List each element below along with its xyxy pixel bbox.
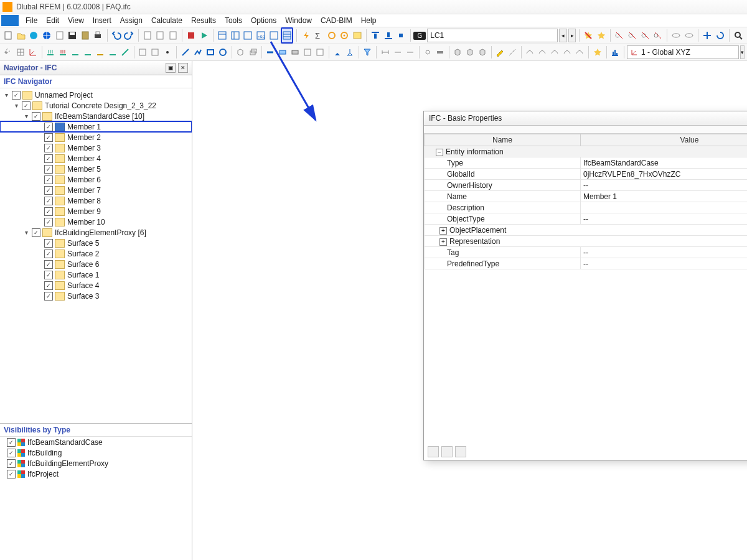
- dim-off-2-icon[interactable]: [627, 28, 639, 43]
- extrude-icon[interactable]: [247, 45, 258, 60]
- menu-cad-bim[interactable]: CAD-BIM: [316, 15, 357, 26]
- tree-surface[interactable]: ✓Surface 2: [0, 248, 192, 259]
- tree-tutorial[interactable]: ▾✓Tutorial Concrete Design_2_3_22: [0, 100, 192, 111]
- move-icon[interactable]: [702, 28, 713, 43]
- tree-member[interactable]: ✓Member 9: [0, 206, 192, 217]
- globe-icon[interactable]: [41, 28, 53, 43]
- tree-member[interactable]: ✓Member 3: [0, 142, 192, 153]
- align-bottom-icon[interactable]: [383, 28, 395, 43]
- refresh-icon[interactable]: [326, 28, 337, 43]
- search-icon[interactable]: [733, 28, 745, 43]
- eye-2-icon[interactable]: [684, 28, 695, 43]
- footer-icon[interactable]: [428, 446, 439, 457]
- wrench-icon[interactable]: [2, 45, 14, 60]
- menu-results[interactable]: Results: [187, 15, 220, 26]
- solid-icon[interactable]: [289, 45, 301, 60]
- circle-icon[interactable]: [217, 45, 228, 60]
- dim-off-4-icon[interactable]: [652, 28, 664, 43]
- release-4-icon[interactable]: [561, 45, 573, 60]
- tree-surface[interactable]: ✓Surface 5: [0, 238, 192, 248]
- release-2-icon[interactable]: [537, 45, 548, 60]
- tree-surface[interactable]: ✓Surface 4: [0, 280, 192, 291]
- panel-5-icon[interactable]: [268, 28, 280, 43]
- pencil-icon[interactable]: [494, 45, 505, 60]
- open-icon[interactable]: [16, 28, 27, 43]
- vis-item[interactable]: ✓IfcProject: [0, 469, 192, 479]
- tree-surface[interactable]: ✓Surface 3: [0, 291, 192, 301]
- footer-icon[interactable]: [455, 446, 466, 457]
- eye-1-icon[interactable]: [670, 28, 682, 43]
- box-3-icon[interactable]: [477, 45, 488, 60]
- load-4-icon[interactable]: [82, 45, 93, 60]
- vis-item[interactable]: ✓IfcBeamStandardCase: [0, 437, 192, 447]
- rect-icon[interactable]: [205, 45, 216, 60]
- load-1-icon[interactable]: [45, 45, 56, 60]
- load-5-icon[interactable]: [95, 45, 106, 60]
- cube-icon[interactable]: [235, 45, 246, 60]
- box-2-icon[interactable]: [464, 45, 476, 60]
- window-icon[interactable]: [352, 28, 364, 43]
- member-icon[interactable]: [265, 45, 276, 60]
- dim-off-1-icon[interactable]: [614, 28, 626, 43]
- panel-2-icon[interactable]: [230, 28, 242, 43]
- line-icon[interactable]: [180, 45, 191, 60]
- target-icon[interactable]: [339, 28, 350, 43]
- page-icon[interactable]: [54, 28, 65, 43]
- rotate-icon[interactable]: [715, 28, 726, 43]
- footer-icon[interactable]: [441, 446, 453, 457]
- ifc-properties-toggle-icon[interactable]: [281, 27, 294, 44]
- menu-edit[interactable]: Edit: [42, 15, 63, 26]
- star-tool-icon[interactable]: [592, 45, 603, 60]
- stop-icon[interactable]: [186, 28, 197, 43]
- tree-surface[interactable]: ✓Surface 6: [0, 259, 192, 269]
- dim-3-icon[interactable]: [405, 45, 416, 60]
- lc-prev-icon[interactable]: ◂: [559, 29, 567, 42]
- support-2-icon[interactable]: [344, 45, 355, 60]
- panel-4-icon[interactable]: >SQ: [255, 28, 267, 43]
- play-icon[interactable]: [199, 28, 210, 43]
- undo-icon[interactable]: [111, 28, 123, 43]
- panel-3-icon[interactable]: [242, 28, 254, 43]
- tree-beam-group[interactable]: ▾✓IfcBeamStandardCase [10]: [0, 111, 192, 121]
- sigma-icon[interactable]: Σ: [313, 28, 325, 43]
- load-3-icon[interactable]: [70, 45, 81, 60]
- tool-a-icon[interactable]: [137, 45, 148, 60]
- mesh-icon[interactable]: [302, 45, 313, 60]
- node-icon[interactable]: [162, 45, 173, 60]
- tree-root[interactable]: ▾✓Unnamed Project: [0, 90, 192, 100]
- panel-1-icon[interactable]: [217, 28, 228, 43]
- new-icon[interactable]: [2, 28, 14, 43]
- menu-tools[interactable]: Tools: [220, 15, 247, 26]
- coord-system-selector[interactable]: 1 - Global XYZ: [627, 45, 739, 59]
- star-icon[interactable]: [596, 28, 608, 43]
- hinge-icon[interactable]: [422, 45, 433, 60]
- model-canvas[interactable]: IFC - Basic Properties ✕ Name Value −Ent…: [192, 61, 747, 560]
- align-center-icon[interactable]: [395, 28, 407, 43]
- grid-icon[interactable]: [15, 45, 26, 60]
- tree-member[interactable]: ✓Member 8: [0, 195, 192, 206]
- load-6-icon[interactable]: [107, 45, 118, 60]
- menu-options[interactable]: Options: [247, 15, 281, 26]
- dim-off-3-icon[interactable]: [639, 28, 651, 43]
- doc1-icon[interactable]: [141, 28, 153, 43]
- rigid-icon[interactable]: [435, 45, 446, 60]
- star-delete-icon[interactable]: [583, 28, 594, 43]
- dim-1-icon[interactable]: [380, 45, 391, 60]
- draw-line-icon[interactable]: [507, 45, 518, 60]
- funnel-icon[interactable]: [362, 45, 373, 60]
- menu-view[interactable]: View: [63, 15, 88, 26]
- tree-surface[interactable]: ✓Surface 1: [0, 269, 192, 280]
- align-top-icon[interactable]: [370, 28, 382, 43]
- menu-assign[interactable]: Assign: [116, 15, 147, 26]
- tree-member[interactable]: ✓Member 5: [0, 164, 192, 174]
- vis-item[interactable]: ✓IfcBuilding: [0, 447, 192, 458]
- release-5-icon[interactable]: [574, 45, 585, 60]
- panel-pin-icon[interactable]: ▣: [166, 63, 176, 73]
- menu-calculate[interactable]: Calculate: [147, 15, 187, 26]
- lc-next-icon[interactable]: ▸: [568, 29, 576, 42]
- coord-dropdown-icon[interactable]: ▾: [740, 45, 745, 59]
- tree-member[interactable]: ✓Member 4: [0, 153, 192, 164]
- tree-member[interactable]: ✓Member 10: [0, 217, 192, 227]
- release-3-icon[interactable]: [549, 45, 560, 60]
- opening-icon[interactable]: [314, 45, 326, 60]
